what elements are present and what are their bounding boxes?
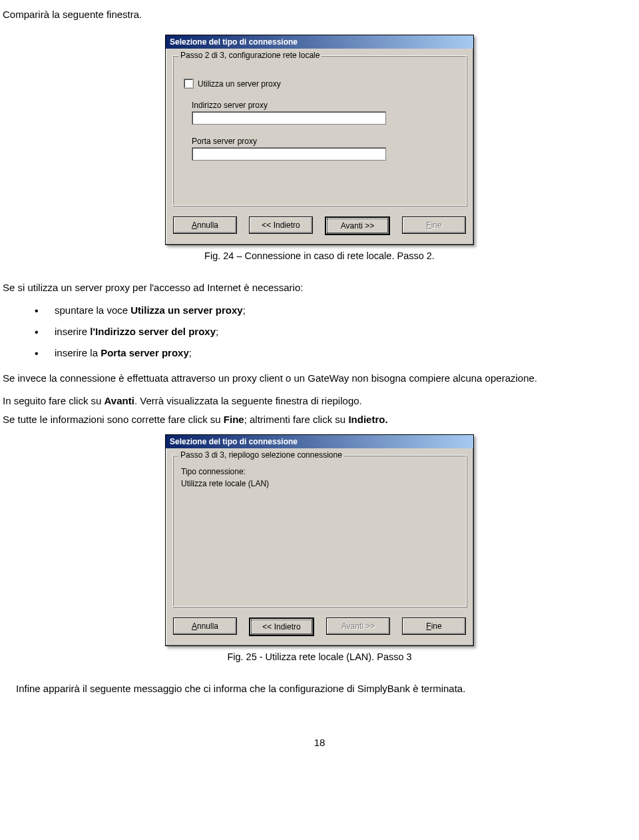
proxy-address-label: Indirizzo server proxy — [192, 101, 447, 110]
page-number: 18 — [3, 737, 636, 748]
summary-line1: Tipo connessione: — [181, 466, 458, 477]
groupbox-step3: Passo 3 di 3, riepilogo selezione connes… — [172, 455, 467, 607]
finish-button[interactable]: Fine — [402, 216, 466, 234]
proxy-address-row: Indirizzo server proxy — [192, 101, 447, 125]
cancel-button-2[interactable]: Annulla — [173, 618, 237, 635]
bullet-item-3: inserire la Porta server proxy; — [35, 345, 636, 361]
fine-para: Se tutte le informazioni sono corrette f… — [3, 412, 636, 428]
bullet-list: spuntare la voce Utilizza un server prox… — [35, 302, 636, 361]
proxy-port-row: Porta server proxy — [192, 137, 447, 161]
intro-text: Comparirà la seguente finestra. — [3, 7, 636, 23]
bullet-item-2: inserire l'Indirizzo server del proxy; — [35, 324, 636, 340]
back-button-2[interactable]: << Indietro — [249, 618, 314, 636]
next-button-2[interactable]: Avanti >> — [326, 618, 390, 635]
dialog2-titlebar: Selezione del tipo di connessione — [166, 435, 473, 448]
dialog-step2: Selezione del tipo di connessione Passo … — [165, 35, 474, 245]
gateway-para: Se invece la connessione è effettuata at… — [3, 370, 636, 386]
back-button[interactable]: << Indietro — [249, 216, 313, 234]
finish-button-2[interactable]: Fine — [402, 618, 466, 635]
dialog2-title: Selezione del tipo di connessione — [170, 437, 298, 446]
figure-25-wrap: Selezione del tipo di connessione Passo … — [3, 434, 636, 646]
proxy-intro-para: Se si utilizza un server proxy per l'acc… — [3, 280, 636, 296]
final-para: Infine apparirà il seguente messaggio ch… — [16, 681, 636, 697]
dialog2-buttons: Annulla << Indietro Avanti >> Fine — [166, 611, 473, 645]
dialog-step3: Selezione del tipo di connessione Passo … — [165, 434, 474, 646]
cancel-button[interactable]: Annulla — [173, 216, 237, 234]
dialog-titlebar: Selezione del tipo di connessione — [166, 35, 473, 49]
groupbox-step2: Passo 2 di 3, configurazione rete locale… — [172, 55, 467, 206]
groupbox2-legend: Passo 3 di 3, riepilogo selezione connes… — [178, 450, 344, 460]
proxy-checkbox-label: Utilizza un server proxy — [198, 79, 281, 89]
proxy-checkbox-row: Utilizza un server proxy — [184, 79, 454, 89]
proxy-port-input[interactable] — [192, 147, 386, 161]
dialog1-buttons: Annulla << Indietro Avanti >> Fine — [166, 210, 473, 244]
proxy-checkbox[interactable] — [184, 79, 194, 89]
figure-24-wrap: Selezione del tipo di connessione Passo … — [3, 35, 636, 245]
proxy-address-input[interactable] — [192, 111, 386, 125]
avanti-para: In seguito fare click su Avanti. Verrà v… — [3, 393, 636, 409]
dialog-title: Selezione del tipo di connessione — [170, 37, 298, 47]
summary-line2: Utilizza rete locale (LAN) — [181, 478, 458, 489]
proxy-port-label: Porta server proxy — [192, 137, 447, 146]
figure-25-caption: Fig. 25 - Utilizza rete locale (LAN). Pa… — [3, 651, 636, 662]
groupbox-legend: Passo 2 di 3, configurazione rete locale — [178, 51, 321, 60]
figure-24-caption: Fig. 24 – Connessione in caso di rete lo… — [3, 250, 636, 261]
bullet-item-1: spuntare la voce Utilizza un server prox… — [35, 302, 636, 318]
next-button[interactable]: Avanti >> — [325, 216, 390, 235]
